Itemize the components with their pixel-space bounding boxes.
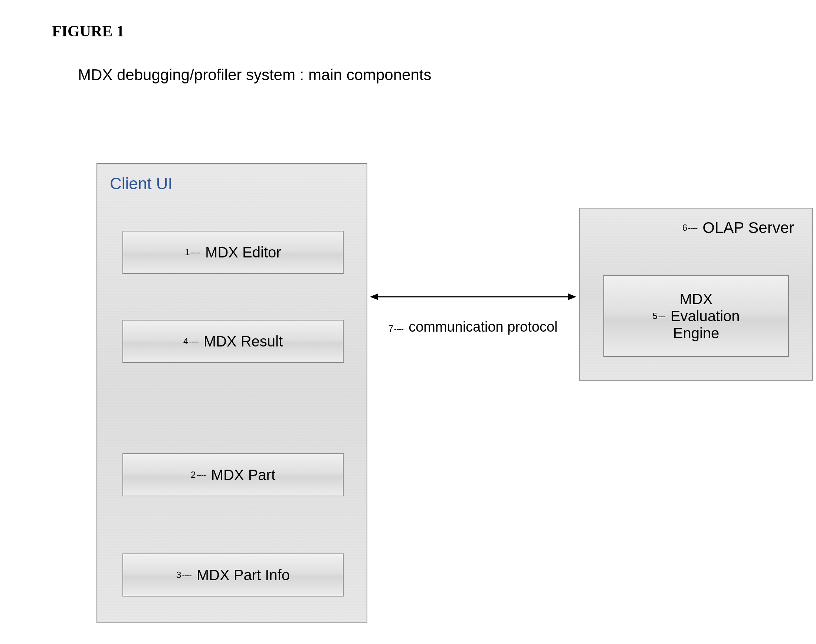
ref-marker-5: 5 ---: [652, 311, 666, 321]
ref-marker-7: 7 ----: [388, 324, 405, 334]
ref-marker-6: 6 ----: [683, 222, 699, 233]
box-mdx-part-label: MDX Part: [211, 466, 275, 483]
box-mdx-result-label: MDX Result: [204, 333, 283, 350]
panel-client-ui-title: Client UI: [97, 164, 367, 193]
communication-label: communication protocol: [408, 319, 557, 335]
ref-marker-3: 3 ----: [176, 570, 193, 580]
ref-marker-4: 4 ----: [183, 336, 200, 347]
box-mdx-editor-label: MDX Editor: [205, 244, 281, 261]
svg-marker-1: [370, 293, 378, 300]
ref-marker-1: 1 ----: [185, 247, 201, 258]
engine-line-1: MDX: [680, 290, 713, 308]
box-mdx-editor: 1 ---- MDX Editor: [123, 231, 344, 274]
communication-block: 7 ---- communication protocol: [368, 289, 578, 335]
box-mdx-part-info-label: MDX Part Info: [197, 566, 290, 584]
box-mdx-part: 2 ---- MDX Part: [123, 453, 344, 496]
double-arrow-icon: [369, 289, 577, 304]
engine-line-2: Evaluation: [670, 308, 740, 325]
svg-marker-2: [568, 293, 576, 300]
box-mdx-part-info: 3 ---- MDX Part Info: [123, 554, 344, 596]
box-mdx-result: 4 ---- MDX Result: [123, 320, 344, 363]
box-mdx-evaluation-engine: MDX 5 --- Evaluation Engine: [603, 275, 789, 357]
panel-client-ui: Client UI 1 ---- MDX Editor 4 ---- MDX: [97, 163, 367, 623]
ref-marker-2: 2 ----: [191, 470, 207, 480]
panel-olap-server-title: OLAP Server: [702, 219, 794, 237]
panel-olap-server: 6 ---- OLAP Server MDX 5 --- Evaluation …: [579, 208, 813, 380]
diagram-container: Client UI 1 ---- MDX Editor 4 ---- MDX: [0, 0, 816, 644]
engine-line-3: Engine: [673, 325, 719, 342]
